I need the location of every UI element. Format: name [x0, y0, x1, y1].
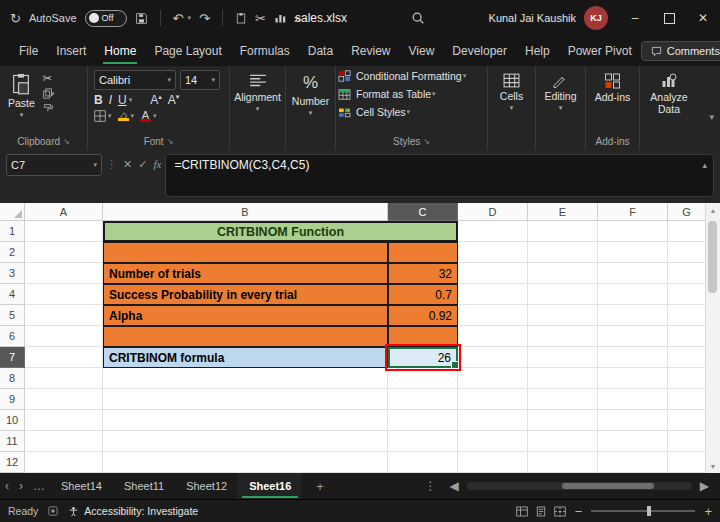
cell-d5[interactable] — [458, 305, 528, 326]
close-button[interactable]: ✕ — [686, 0, 720, 36]
formula-input[interactable]: =CRITBINOM(C3,C4,C5) ▴ — [165, 154, 714, 197]
cut-icon[interactable]: ✂ — [255, 12, 266, 25]
cell-d1[interactable] — [458, 221, 528, 242]
cell-e3[interactable] — [528, 263, 598, 284]
col-header-d[interactable]: D — [458, 203, 528, 221]
cell-g3[interactable] — [668, 263, 706, 284]
cell-a7[interactable] — [25, 347, 103, 368]
format-painter-button[interactable] — [43, 103, 55, 113]
sheet-list-ellipsis-icon[interactable]: … — [28, 473, 50, 499]
cell-f2[interactable] — [598, 242, 668, 263]
cell-f8[interactable] — [598, 368, 668, 389]
tab-page-layout[interactable]: Page Layout — [145, 38, 230, 64]
cell-b6[interactable] — [103, 326, 388, 347]
scroll-up-icon[interactable]: ▲ — [706, 203, 720, 217]
cell-g5[interactable] — [668, 305, 706, 326]
col-header-a[interactable]: A — [25, 203, 103, 221]
cell-title-b1[interactable]: CRITBINOM Function — [103, 221, 458, 242]
cell-b3[interactable]: Number of trials — [103, 263, 388, 284]
cell-e2[interactable] — [528, 242, 598, 263]
paste-button[interactable]: Paste ▾ — [4, 70, 39, 122]
tab-developer[interactable]: Developer — [443, 38, 516, 64]
cell-b5[interactable]: Alpha — [103, 305, 388, 326]
number-button[interactable]: % Number ▾ — [288, 70, 333, 120]
search-icon[interactable] — [411, 11, 425, 25]
row-header-5[interactable]: 5 — [0, 305, 25, 326]
bold-button[interactable]: B — [94, 93, 103, 107]
row-header-2[interactable]: 2 — [0, 242, 25, 263]
cell-e1[interactable] — [528, 221, 598, 242]
hscroll-left-icon[interactable]: ◀ — [445, 479, 464, 493]
row-header-7[interactable]: 7 — [0, 347, 25, 368]
cell-g2[interactable] — [668, 242, 706, 263]
cell-a8[interactable] — [25, 368, 103, 389]
chart-icon[interactable] — [274, 12, 286, 24]
zoom-in-icon[interactable]: + — [704, 504, 712, 519]
cell-e10[interactable] — [528, 410, 598, 431]
fill-handle[interactable] — [451, 361, 459, 369]
col-header-f[interactable]: F — [598, 203, 668, 221]
user-name[interactable]: Kunal Jai Kaushik — [489, 12, 576, 24]
name-box[interactable]: C7▾ — [6, 154, 102, 176]
autosave-toggle[interactable]: Off — [85, 10, 127, 27]
cell-g11[interactable] — [668, 431, 706, 452]
dialog-launcher-icon[interactable]: ↘ — [423, 137, 430, 146]
cancel-icon[interactable]: ✕ — [123, 158, 132, 171]
macro-record-icon[interactable] — [48, 506, 58, 516]
formula-bar-collapse-icon[interactable]: ▴ — [702, 160, 707, 170]
borders-dropdown-icon[interactable]: ▾ — [108, 112, 112, 120]
row-header-4[interactable]: 4 — [0, 284, 25, 305]
fill-color-dropdown-icon[interactable]: ▾ — [131, 112, 135, 120]
underline-dropdown-icon[interactable]: ▾ — [129, 96, 133, 104]
cell-g8[interactable] — [668, 368, 706, 389]
collapse-ribbon-icon[interactable]: ▾ — [709, 112, 714, 122]
cell-b11[interactable] — [103, 431, 388, 452]
cell-e9[interactable] — [528, 389, 598, 410]
cell-c7-selected[interactable]: 26 — [388, 347, 458, 368]
cell-d2[interactable] — [458, 242, 528, 263]
tab-data[interactable]: Data — [299, 38, 342, 64]
avatar[interactable]: KJ — [584, 6, 608, 30]
hscroll-right-icon[interactable]: ▶ — [695, 479, 714, 493]
tab-file[interactable]: File — [10, 38, 47, 64]
hscroll-track[interactable] — [467, 482, 692, 490]
tab-home[interactable]: Home — [95, 38, 145, 64]
cell-g10[interactable] — [668, 410, 706, 431]
col-header-c[interactable]: C — [388, 203, 458, 221]
cell-f5[interactable] — [598, 305, 668, 326]
clipboard-icon[interactable] — [235, 12, 247, 25]
cell-f3[interactable] — [598, 263, 668, 284]
tab-review[interactable]: Review — [342, 38, 399, 64]
cell-f7[interactable] — [598, 347, 668, 368]
cell-d7[interactable] — [458, 347, 528, 368]
copy-button[interactable]: ▾ — [43, 88, 55, 99]
new-sheet-button[interactable]: + — [302, 473, 338, 499]
underline-button[interactable]: U — [118, 93, 127, 107]
font-color-dropdown-icon[interactable]: ▾ — [153, 112, 157, 120]
tab-view[interactable]: View — [400, 38, 444, 64]
cells-button[interactable]: Cells ▾ — [496, 70, 527, 115]
cell-g12[interactable] — [668, 452, 706, 473]
redo-icon[interactable]: ↷ — [199, 12, 210, 25]
cell-a10[interactable] — [25, 410, 103, 431]
cell-e12[interactable] — [528, 452, 598, 473]
accessibility-status[interactable]: Accessibility: Investigate — [68, 505, 198, 517]
page-layout-view-icon[interactable] — [535, 506, 547, 517]
cell-g1[interactable] — [668, 221, 706, 242]
cell-f10[interactable] — [598, 410, 668, 431]
horizontal-scrollbar[interactable]: ⋮ ◀ ▶ — [420, 473, 720, 499]
sheet-tab-sheet14[interactable]: Sheet14 — [50, 473, 113, 499]
alignment-button[interactable]: Alignment ▾ — [230, 70, 285, 116]
cell-g6[interactable] — [668, 326, 706, 347]
normal-view-icon[interactable] — [516, 506, 528, 517]
italic-button[interactable]: I — [109, 93, 112, 107]
row-header-9[interactable]: 9 — [0, 389, 25, 410]
cell-b8[interactable] — [103, 368, 388, 389]
cell-a12[interactable] — [25, 452, 103, 473]
cell-f11[interactable] — [598, 431, 668, 452]
cell-f12[interactable] — [598, 452, 668, 473]
cell-d6[interactable] — [458, 326, 528, 347]
cell-g4[interactable] — [668, 284, 706, 305]
cut-button[interactable]: ✂ — [43, 73, 55, 84]
cell-c8[interactable] — [388, 368, 458, 389]
